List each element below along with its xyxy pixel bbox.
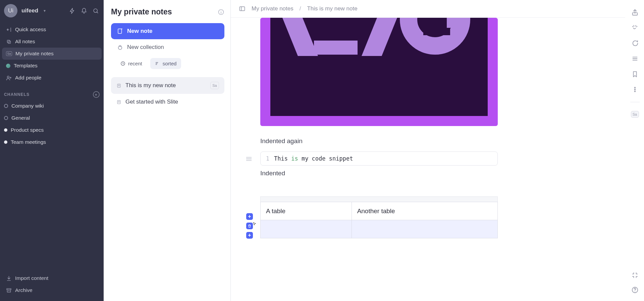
new-note-icon — [117, 28, 123, 34]
note-owner-tag: Sa — [210, 82, 219, 89]
table-cell[interactable] — [261, 220, 352, 238]
sidebar-item-archive[interactable]: Archive — [2, 284, 102, 296]
note-row[interactable]: Get started with Slite — [111, 94, 224, 110]
table-row-controls: + + — [246, 213, 253, 239]
editor-body[interactable]: Indented again 1 This is my code snippet… — [260, 18, 498, 238]
workspace-sidebar: Ui uifeed ▾ Quick access All notes Sa My… — [0, 0, 104, 301]
svg-rect-1 — [8, 41, 11, 44]
svg-rect-6 — [118, 29, 122, 34]
new-collection-icon — [117, 44, 123, 50]
channel-label: Product specs — [11, 127, 44, 133]
paragraph-icon[interactable] — [631, 55, 639, 62]
help-icon[interactable] — [631, 286, 639, 294]
note-title: This is my new note — [125, 82, 176, 89]
svg-point-3 — [7, 76, 9, 78]
sidebar-item-label: Quick access — [15, 26, 46, 33]
svg-point-13 — [634, 87, 635, 88]
svg-point-14 — [634, 89, 635, 90]
table-row[interactable] — [261, 220, 498, 238]
editor-area: My private notes / This is my new note I… — [231, 0, 644, 301]
sidebar-channel[interactable]: Product specs — [0, 124, 104, 136]
copy-icon — [6, 39, 12, 44]
image-glyph-g — [402, 18, 469, 56]
panel-toggle-icon[interactable] — [239, 5, 246, 12]
workspace-name[interactable]: uifeed — [21, 7, 38, 14]
note-row[interactable]: This is my new note Sa — [111, 77, 224, 94]
sidebar-channel[interactable]: General — [0, 112, 104, 124]
breadcrumb-root[interactable]: My private notes — [252, 5, 293, 12]
code-text[interactable]: This is my code snippet — [274, 155, 353, 162]
sidebar-channel[interactable]: Team meetings — [0, 136, 104, 148]
new-collection-label: New collection — [127, 44, 164, 51]
action-rail: Sa — [625, 0, 644, 301]
sidebar-item-label: Archive — [15, 287, 33, 293]
sidebar-section-label: CHANNELS — [4, 92, 30, 97]
table-insert-row-above-button[interactable]: + — [246, 213, 253, 220]
table-column-handle[interactable] — [260, 196, 498, 202]
info-icon[interactable] — [218, 9, 224, 15]
more-vertical-icon[interactable] — [631, 86, 639, 93]
sidebar-item-add-people[interactable]: Add people — [2, 72, 102, 84]
channel-unread-icon — [4, 128, 7, 132]
bell-icon[interactable] — [81, 8, 87, 14]
image-block[interactable] — [260, 18, 498, 126]
table-row[interactable]: A table Another table — [261, 202, 498, 220]
sidebar-channel[interactable]: Company wiki — [0, 100, 104, 112]
sidebar-section-channels: CHANNELS + — [0, 85, 104, 100]
wave-icon[interactable] — [631, 24, 639, 32]
rail-separator — [630, 102, 640, 102]
clock-icon — [120, 61, 125, 66]
table-block[interactable]: + + A table Another table — [260, 196, 498, 238]
table-insert-row-below-button[interactable]: + — [246, 232, 253, 239]
editor-scroll[interactable]: Indented again 1 This is my code snippet… — [231, 18, 625, 301]
drag-handle-icon[interactable] — [245, 155, 253, 163]
channel-open-icon — [4, 104, 8, 108]
paragraph-indented-again[interactable]: Indented again — [260, 137, 498, 145]
new-collection-button[interactable]: New collection — [111, 39, 224, 56]
share-icon[interactable] — [631, 9, 639, 16]
svg-point-7 — [118, 46, 122, 50]
presence-user-tag[interactable]: Sa — [631, 111, 639, 118]
image-glyph-a — [298, 18, 382, 56]
sidebar-item-import[interactable]: Import content — [2, 272, 102, 284]
filter-sorted[interactable]: sorted — [150, 58, 181, 69]
sidebar-item-quick-access[interactable]: Quick access — [2, 23, 102, 36]
channel-open-icon — [4, 116, 8, 120]
filter-recent[interactable]: recent — [116, 58, 147, 69]
editor-table[interactable]: A table Another table — [260, 202, 498, 238]
new-note-button[interactable]: New note — [111, 23, 224, 39]
paragraph-indented[interactable]: Indented — [260, 170, 498, 177]
bolt-icon[interactable] — [69, 8, 75, 14]
add-channel-button[interactable]: + — [93, 91, 100, 98]
sidebar-item-label: Templates — [14, 63, 38, 69]
code-block[interactable]: 1 This is my code snippet — [260, 152, 498, 166]
keyboard-shortcut-icon[interactable] — [631, 272, 639, 279]
chevron-down-icon[interactable]: ▾ — [44, 8, 46, 13]
comment-icon[interactable] — [631, 40, 639, 47]
search-icon[interactable] — [93, 8, 99, 14]
table-cell[interactable] — [352, 220, 497, 238]
archive-icon — [6, 288, 12, 293]
filter-label: sorted — [163, 61, 177, 66]
sidebar-primary-nav: Quick access All notes Sa My private not… — [0, 22, 104, 85]
bookmark-icon[interactable] — [631, 70, 639, 78]
table-cell[interactable]: Another table — [352, 202, 497, 220]
filter-label: recent — [128, 61, 142, 66]
workspace-avatar[interactable]: Ui — [4, 4, 17, 17]
table-cell[interactable]: A table — [261, 202, 352, 220]
note-icon — [116, 83, 121, 88]
sidebar-item-all-notes[interactable]: All notes — [2, 36, 102, 48]
sidebar-item-private-notes[interactable]: Sa My private notes — [2, 48, 102, 60]
templates-icon — [6, 64, 10, 68]
notes-filter-bar: recent sorted — [116, 58, 224, 69]
breadcrumb-leaf[interactable]: This is my new note — [307, 5, 357, 12]
breadcrumb: My private notes / This is my new note — [231, 0, 625, 18]
note-title: Get started with Slite — [125, 99, 178, 105]
sidebar-footer: Import content Archive — [0, 271, 104, 301]
download-icon — [6, 276, 12, 281]
note-icon — [116, 100, 121, 105]
sidebar-item-templates[interactable]: Templates — [2, 60, 102, 72]
channel-unread-icon — [4, 140, 7, 144]
channel-label: Team meetings — [11, 139, 46, 145]
table-delete-row-button[interactable] — [246, 223, 253, 229]
